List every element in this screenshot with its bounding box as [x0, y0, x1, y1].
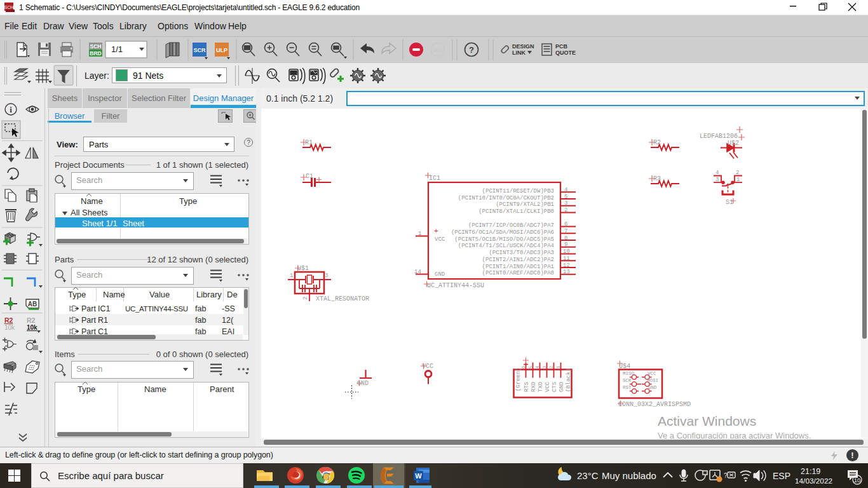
svg-text:SCH: SCH [4, 5, 13, 10]
svg-text:RTS: RTS [524, 382, 530, 392]
svg-text:R2: R2 [653, 139, 661, 146]
svg-text:4: 4 [535, 366, 540, 369]
svg-text:+: + [434, 227, 438, 235]
svg-text:?: ? [469, 45, 474, 55]
svg-text:(PCINT9/XTAL2)PB1: (PCINT9/XTAL2)PB1 [496, 201, 554, 208]
svg-text:DESIGN: DESIGN [512, 43, 534, 50]
svg-text:CONN_03X2_AVRISPSMD: CONN_03X2_AVRISPSMD [618, 401, 691, 408]
svg-text:U$2: U$2 [728, 140, 739, 147]
svg-text:W: W [415, 472, 422, 480]
svg-text:3: 3 [564, 200, 567, 207]
svg-text:14: 14 [414, 269, 421, 275]
svg-text:(PCINT0/AREF/ADC0)PA0: (PCINT0/AREF/ADC0)PA0 [482, 270, 554, 276]
svg-text:5: 5 [564, 194, 567, 200]
svg-text:4: 4 [564, 187, 567, 193]
svg-text:GND: GND [648, 385, 657, 390]
svg-text:VCC: VCC [422, 363, 433, 370]
svg-text:VCC: VCC [545, 381, 551, 392]
svg-text:C1: C1 [306, 173, 313, 180]
svg-text:BRD: BRD [90, 50, 101, 57]
svg-text:GND: GND [559, 382, 565, 392]
svg-text:AB: AB [28, 301, 37, 308]
svg-text:S1: S1 [726, 199, 733, 206]
svg-text:1: 1 [418, 231, 421, 237]
svg-text:ULP: ULP [216, 47, 227, 53]
svg-text:2: 2 [302, 297, 309, 300]
svg-text:(PCINT5/OC1B/MISO/DO/ADC5)PA5: (PCINT5/OC1B/MISO/DO/ADC5)PA5 [454, 236, 554, 243]
svg-text:6: 6 [564, 221, 567, 227]
svg-text:(Black): (Black) [566, 368, 572, 392]
svg-text:PCB: PCB [555, 43, 568, 50]
svg-text:R1: R1 [305, 139, 313, 146]
svg-text:8: 8 [564, 235, 567, 241]
svg-text:ESP: ESP [773, 471, 790, 481]
svg-text:14/03/2022: 14/03/2022 [795, 477, 832, 485]
svg-text:(PCINT8/XTAL1/CLKI)PB0: (PCINT8/XTAL1/CLKI)PB0 [478, 208, 554, 215]
svg-text:7: 7 [564, 228, 567, 234]
svg-text:?: ? [724, 472, 728, 479]
svg-text:LINK: LINK [512, 50, 526, 56]
svg-text:RST: RST [623, 385, 632, 390]
svg-text:GND: GND [357, 380, 369, 387]
svg-text:1: 1 [556, 366, 561, 369]
svg-text:4: 4 [715, 170, 719, 176]
svg-text:13: 13 [563, 269, 570, 275]
svg-text:(PCINT2/AIN1/ADC2)PA2: (PCINT2/AIN1/ADC2)PA2 [482, 257, 554, 263]
svg-text:UC_ATTINY44-SSU: UC_ATTINY44-SSU [427, 282, 484, 289]
svg-text:RXD: RXD [531, 382, 537, 392]
svg-text:10k: 10k [27, 324, 37, 331]
svg-text:(Green): (Green) [515, 367, 522, 391]
svg-text:Muy nublado: Muy nublado [602, 470, 656, 481]
svg-text:TXD: TXD [538, 382, 544, 392]
svg-text:(PCINT4/T1/SCL/USCK/ADC4)PA4: (PCINT4/T1/SCL/USCK/ADC4)PA4 [458, 243, 554, 249]
svg-text:R3: R3 [653, 175, 661, 182]
svg-text:(PCINT7/ICP/OC0B/ADC7)PA7: (PCINT7/ICP/OC0B/ADC7)PA7 [468, 222, 554, 229]
svg-text:R2: R2 [27, 316, 36, 324]
svg-text:1: 1 [736, 177, 740, 183]
svg-text:2: 2 [736, 170, 739, 176]
svg-text:SCK: SCK [623, 378, 632, 383]
svg-text:21:19: 21:19 [801, 467, 820, 476]
svg-text:1/1: 1/1 [111, 44, 123, 54]
svg-text:IC1: IC1 [429, 175, 440, 182]
svg-text:6: 6 [521, 366, 526, 369]
svg-text:5: 5 [528, 366, 533, 369]
svg-text:(PCINT1/AIN0/ADC1)PA1: (PCINT1/AIN0/ADC1)PA1 [482, 264, 554, 270]
svg-text:9: 9 [564, 241, 567, 248]
svg-text:(PCINT6/OC1A/SDA/MOSI/ADC6)PA6: (PCINT6/OC1A/SDA/MOSI/ADC6)PA6 [451, 229, 554, 236]
svg-text:MOSI: MOSI [647, 378, 658, 383]
svg-text:GND: GND [435, 271, 445, 278]
svg-text:11: 11 [563, 255, 570, 262]
svg-text:1: 1 [290, 273, 293, 279]
svg-text:3: 3 [542, 366, 547, 369]
svg-text:10k: 10k [4, 324, 15, 331]
svg-text:R2: R2 [4, 316, 13, 324]
svg-text:VCC: VCC [648, 371, 656, 376]
svg-text:QUOTE: QUOTE [555, 50, 576, 56]
svg-text:LEDFAB1206: LEDFAB1206 [700, 133, 738, 140]
svg-text:3: 3 [715, 177, 719, 183]
svg-text:SCR: SCR [193, 47, 206, 53]
svg-text:GO: GO [433, 47, 442, 53]
svg-text:3: 3 [325, 273, 328, 279]
svg-text:10: 10 [854, 477, 861, 484]
svg-text:12: 12 [563, 262, 570, 269]
svg-text:CTS: CTS [552, 382, 558, 392]
svg-text:VCC: VCC [435, 236, 445, 243]
svg-text:SCH: SCH [90, 43, 102, 50]
svg-text:(PCINT10/INT0/OC0A/CKOUT)PB2: (PCINT10/INT0/OC0A/CKOUT)PB2 [458, 195, 554, 201]
svg-text:(PCINT11/RESET/DW)PB3: (PCINT11/RESET/DW)PB3 [482, 188, 554, 194]
svg-text:U$1: U$1 [297, 265, 309, 272]
svg-text:(PCINT3/T0/ADC3)PA3: (PCINT3/T0/ADC3)PA3 [489, 250, 554, 256]
svg-text:XTAL_RESONATOR: XTAL_RESONATOR [316, 295, 369, 302]
svg-text:MISO: MISO [623, 371, 635, 376]
svg-text:U$4: U$4 [619, 363, 630, 370]
svg-text:23°C: 23°C [577, 470, 599, 481]
svg-text:10: 10 [563, 248, 570, 255]
svg-text:i: i [10, 105, 12, 114]
svg-text:2: 2 [549, 366, 554, 369]
svg-text:2: 2 [564, 207, 567, 214]
